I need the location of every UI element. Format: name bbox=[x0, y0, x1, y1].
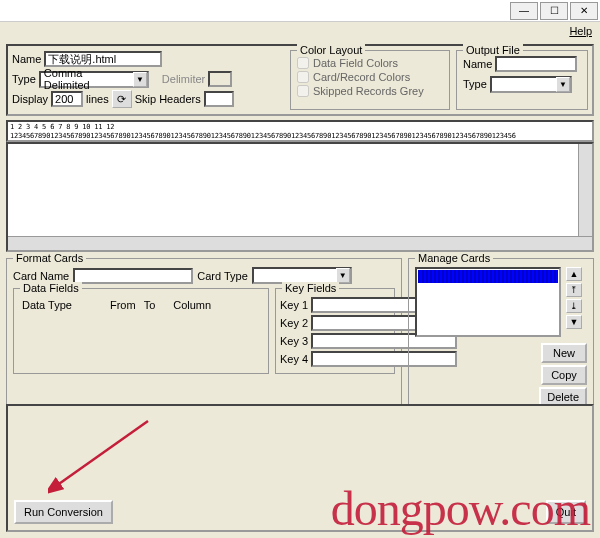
output-type-label: Type bbox=[463, 78, 487, 90]
titlebar: — ☐ ✕ bbox=[0, 0, 600, 22]
copy-button[interactable]: Copy bbox=[541, 365, 587, 385]
svg-line-0 bbox=[56, 421, 148, 486]
name-input[interactable] bbox=[44, 51, 162, 67]
preview-area bbox=[6, 142, 594, 252]
minimize-button[interactable]: — bbox=[510, 2, 538, 20]
output-file-title: Output File bbox=[463, 44, 523, 56]
bottom-panel: Run Conversion Quit bbox=[6, 404, 594, 532]
close-button[interactable]: ✕ bbox=[570, 2, 598, 20]
skip-headers-input[interactable] bbox=[204, 91, 234, 107]
data-field-colors-checkbox[interactable]: Data Field Colors bbox=[297, 57, 443, 69]
help-menu[interactable]: Help bbox=[569, 25, 592, 37]
col-from: From bbox=[110, 299, 136, 311]
card-name-label: Card Name bbox=[13, 270, 69, 282]
vertical-scrollbar[interactable] bbox=[578, 144, 592, 250]
annotation-arrow-icon bbox=[48, 416, 158, 496]
color-layout-group: Color Layout Data Field Colors Card/Reco… bbox=[290, 50, 450, 110]
new-button[interactable]: New bbox=[541, 343, 587, 363]
refresh-icon[interactable]: ⟳ bbox=[112, 90, 132, 108]
color-layout-title: Color Layout bbox=[297, 44, 365, 56]
card-name-input[interactable] bbox=[73, 268, 193, 284]
move-down-icon[interactable]: ▼ bbox=[566, 315, 582, 329]
col-to: To bbox=[144, 299, 156, 311]
manage-cards-group: Manage Cards ▲ ⤒ ⤓ ▼ New Copy Delete bbox=[408, 258, 594, 414]
ruler: 1 2 3 4 5 6 7 8 9 10 11 12 1234567890123… bbox=[6, 120, 594, 142]
menubar: Help bbox=[0, 22, 600, 40]
chevron-down-icon[interactable]: ▼ bbox=[336, 268, 350, 283]
key1-label: Key 1 bbox=[280, 299, 308, 311]
chevron-down-icon[interactable]: ▼ bbox=[133, 72, 147, 87]
card-type-label: Card Type bbox=[197, 270, 248, 282]
card-record-colors-checkbox[interactable]: Card/Record Colors bbox=[297, 71, 443, 83]
key4-label: Key 4 bbox=[280, 353, 308, 365]
delimiter-label: Delimiter bbox=[162, 73, 205, 85]
data-fields-group: Data Fields Data Type From To Column bbox=[13, 288, 269, 374]
type-label: Type bbox=[12, 73, 36, 85]
key3-label: Key 3 bbox=[280, 335, 308, 347]
run-conversion-button[interactable]: Run Conversion bbox=[14, 500, 113, 524]
move-top-icon[interactable]: ⤒ bbox=[566, 283, 582, 297]
ruler-ticks: 1234567890123456789012345678901234567890… bbox=[10, 132, 516, 140]
data-fields-title: Data Fields bbox=[20, 282, 82, 294]
quit-button[interactable]: Quit bbox=[546, 500, 586, 524]
name-label: Name bbox=[12, 53, 41, 65]
manage-cards-title: Manage Cards bbox=[415, 252, 493, 264]
delimiter-input bbox=[208, 71, 232, 87]
output-type-combo[interactable]: ▼ bbox=[490, 76, 572, 93]
format-cards-group: Format Cards Card Name Card Type ▼ Data … bbox=[6, 258, 402, 414]
lines-label: lines bbox=[86, 93, 109, 105]
top-controls: Name Type Comma Delimited ▼ Delimiter Di… bbox=[6, 44, 594, 116]
skip-headers-label: Skip Headers bbox=[135, 93, 201, 105]
horizontal-scrollbar[interactable] bbox=[8, 236, 592, 250]
selected-item[interactable] bbox=[418, 270, 558, 283]
ruler-numbers: 1 2 3 4 5 6 7 8 9 10 11 12 bbox=[10, 123, 114, 131]
type-combo-value: Comma Delimited bbox=[41, 67, 133, 91]
output-name-label: Name bbox=[463, 58, 492, 70]
key2-label: Key 2 bbox=[280, 317, 308, 329]
output-file-group: Output File Name Type ▼ bbox=[456, 50, 588, 110]
format-cards-title: Format Cards bbox=[13, 252, 86, 264]
manage-cards-list[interactable] bbox=[415, 267, 561, 337]
display-label: Display bbox=[12, 93, 48, 105]
move-up-icon[interactable]: ▲ bbox=[566, 267, 582, 281]
move-bottom-icon[interactable]: ⤓ bbox=[566, 299, 582, 313]
skipped-records-grey-checkbox[interactable]: Skipped Records Grey bbox=[297, 85, 443, 97]
key-fields-title: Key Fields bbox=[282, 282, 339, 294]
output-name-input[interactable] bbox=[495, 56, 577, 72]
col-column: Column bbox=[173, 299, 211, 311]
key-fields-group: Key Fields Key 1 Key 2 Key 3 Key 4 bbox=[275, 288, 395, 374]
type-combo[interactable]: Comma Delimited ▼ bbox=[39, 71, 149, 88]
chevron-down-icon[interactable]: ▼ bbox=[556, 77, 570, 92]
col-data-type: Data Type bbox=[22, 299, 72, 311]
input-controls: Name Type Comma Delimited ▼ Delimiter Di… bbox=[12, 50, 284, 110]
maximize-button[interactable]: ☐ bbox=[540, 2, 568, 20]
display-input[interactable] bbox=[51, 91, 83, 107]
